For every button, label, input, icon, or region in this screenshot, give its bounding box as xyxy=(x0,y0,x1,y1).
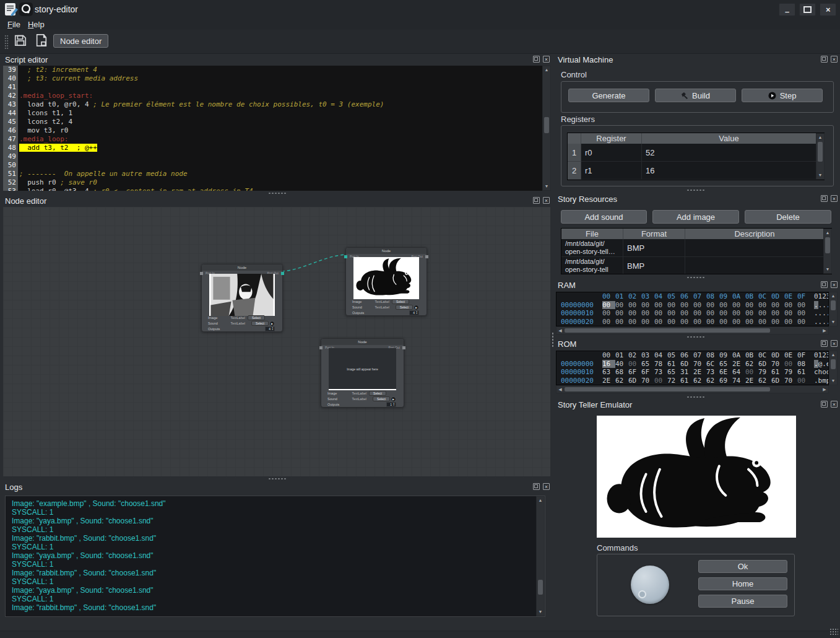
hex-byte[interactable]: 65 xyxy=(719,360,732,369)
hex-byte[interactable]: 61 xyxy=(667,360,680,369)
select-image-button[interactable]: Select xyxy=(392,299,409,304)
home-button[interactable]: Home xyxy=(698,577,787,590)
register-value-cell[interactable]: 16 xyxy=(642,162,816,180)
hex-byte[interactable]: 00 xyxy=(745,368,758,377)
port-in-connector[interactable] xyxy=(344,255,347,258)
hex-byte[interactable]: 00 xyxy=(641,301,654,310)
select-sound-button[interactable]: Select xyxy=(373,396,390,401)
maximize-button[interactable] xyxy=(799,3,816,16)
scroll-up-icon[interactable]: ▲ xyxy=(829,351,837,359)
hex-byte[interactable]: 00 xyxy=(719,318,732,326)
hex-byte[interactable]: 00 xyxy=(732,318,745,326)
float-panel-icon[interactable] xyxy=(533,483,540,490)
hex-byte[interactable]: 00 xyxy=(758,309,771,318)
save-icon[interactable] xyxy=(14,33,27,48)
hex-byte[interactable]: 00 xyxy=(602,301,615,310)
add-image-button[interactable]: Add image xyxy=(652,210,739,224)
hex-byte[interactable]: 70 xyxy=(693,360,706,369)
hex-byte[interactable]: 00 xyxy=(758,318,771,326)
hex-byte[interactable]: 00 xyxy=(615,309,628,318)
hex-byte[interactable]: 2E xyxy=(732,360,745,369)
scroll-thumb[interactable] xyxy=(565,387,770,391)
hex-byte[interactable]: 6C xyxy=(706,360,719,369)
scroll-up-icon[interactable]: ▲ xyxy=(537,497,544,504)
splitter-handle[interactable] xyxy=(686,396,705,398)
hex-byte[interactable]: 00 xyxy=(602,318,615,326)
hex-byte[interactable]: 00 xyxy=(693,309,706,318)
hex-byte[interactable]: 73 xyxy=(706,368,719,377)
hex-byte[interactable]: 00 xyxy=(745,301,758,310)
add-sound-button[interactable]: Add sound xyxy=(561,210,647,224)
minimize-button[interactable]: – xyxy=(779,3,795,16)
splitter-handle[interactable] xyxy=(268,478,287,480)
hex-byte[interactable]: 00 xyxy=(680,318,693,326)
play-sound-button[interactable]: ▶ xyxy=(391,396,396,402)
hex-byte[interactable]: 62 xyxy=(693,377,706,385)
outputs-spinbox[interactable]: 4▲▼ xyxy=(409,310,419,315)
hex-byte[interactable]: 00 xyxy=(628,309,641,318)
hex-byte[interactable]: 00 xyxy=(719,301,732,310)
hex-byte[interactable]: 00 xyxy=(745,318,758,326)
float-panel-icon[interactable] xyxy=(821,281,828,288)
hex-byte[interactable]: 00 xyxy=(745,309,758,318)
hex-byte[interactable]: 00 xyxy=(680,309,693,318)
port-out-connector[interactable] xyxy=(425,255,428,258)
hex-byte[interactable]: 64 xyxy=(732,368,745,377)
scroll-thumb[interactable] xyxy=(538,580,543,595)
hex-byte[interactable]: 70 xyxy=(784,377,797,385)
script-editor[interactable]: 394041424344454647484950515253 ; t2: inc… xyxy=(3,66,542,191)
hex-byte[interactable]: 00 xyxy=(797,377,810,385)
hex-byte[interactable]: 00 xyxy=(628,318,641,326)
hex-byte[interactable]: 00 xyxy=(667,309,680,318)
splitter-handle[interactable] xyxy=(686,336,705,338)
hex-byte[interactable]: 00 xyxy=(641,309,654,318)
delete-button[interactable]: Delete xyxy=(745,210,831,224)
scroll-thumb[interactable] xyxy=(831,359,836,369)
hex-byte[interactable]: 62 xyxy=(758,377,771,385)
step-button[interactable]: Step xyxy=(742,89,823,102)
hex-byte[interactable]: 62 xyxy=(745,360,758,369)
hex-byte[interactable]: 00 xyxy=(654,301,667,310)
node-canvas[interactable]: NodePort InPort Out ImageTextLabelSelect… xyxy=(3,207,550,476)
column-header-register[interactable]: Register xyxy=(581,133,642,144)
spin-down-icon[interactable]: ▼ xyxy=(393,404,395,407)
port-in-connector[interactable] xyxy=(200,272,203,275)
story-node-3[interactable]: NodePort InPort OutImage will appear her… xyxy=(321,338,404,408)
scroll-up-icon[interactable]: ▲ xyxy=(543,66,550,74)
description-cell[interactable] xyxy=(685,257,825,274)
description-cell[interactable] xyxy=(685,239,825,257)
hex-byte[interactable]: 61 xyxy=(680,377,693,385)
close-panel-icon[interactable]: × xyxy=(831,56,838,63)
select-sound-button[interactable]: Select xyxy=(396,305,413,310)
file-cell[interactable]: /mnt/data/git/open-story-tell xyxy=(561,257,623,274)
hex-byte[interactable]: 6D xyxy=(771,377,784,385)
hex-byte[interactable]: 00 xyxy=(641,318,654,326)
scroll-right-icon[interactable]: ▶ xyxy=(821,386,828,393)
hex-byte[interactable]: 69 xyxy=(719,377,732,385)
column-header-description[interactable]: Description xyxy=(685,229,825,239)
spin-down-icon[interactable]: ▼ xyxy=(416,313,418,315)
scroll-left-icon[interactable]: ◀ xyxy=(556,327,564,334)
scroll-up-icon[interactable]: ▲ xyxy=(829,292,837,300)
hex-byte[interactable]: 00 xyxy=(758,301,771,310)
scroll-thumb[interactable] xyxy=(831,300,836,310)
generate-button[interactable]: Generate xyxy=(568,89,649,102)
float-panel-icon[interactable] xyxy=(821,56,828,63)
build-button[interactable]: Build xyxy=(655,89,736,102)
hex-byte[interactable]: 00 xyxy=(680,301,693,310)
hex-byte[interactable]: 00 xyxy=(654,309,667,318)
hex-byte[interactable]: 6D xyxy=(680,360,693,369)
hex-byte[interactable]: 00 xyxy=(732,301,745,310)
port-out-connector[interactable] xyxy=(402,346,405,349)
hex-byte[interactable]: 2E xyxy=(602,377,615,385)
new-file-icon[interactable] xyxy=(35,33,48,48)
play-sound-button[interactable]: ▶ xyxy=(414,305,419,310)
hex-byte[interactable]: 00 xyxy=(654,318,667,326)
scroll-right-icon[interactable]: ▶ xyxy=(821,327,828,334)
hex-byte[interactable]: 65 xyxy=(641,360,654,369)
outputs-spinbox[interactable]: 4▲▼ xyxy=(265,326,275,331)
scroll-down-icon[interactable]: ▼ xyxy=(537,608,544,616)
scroll-down-icon[interactable]: ▼ xyxy=(829,377,837,385)
hex-byte[interactable]: 72 xyxy=(667,377,680,385)
float-panel-icon[interactable] xyxy=(821,401,828,408)
